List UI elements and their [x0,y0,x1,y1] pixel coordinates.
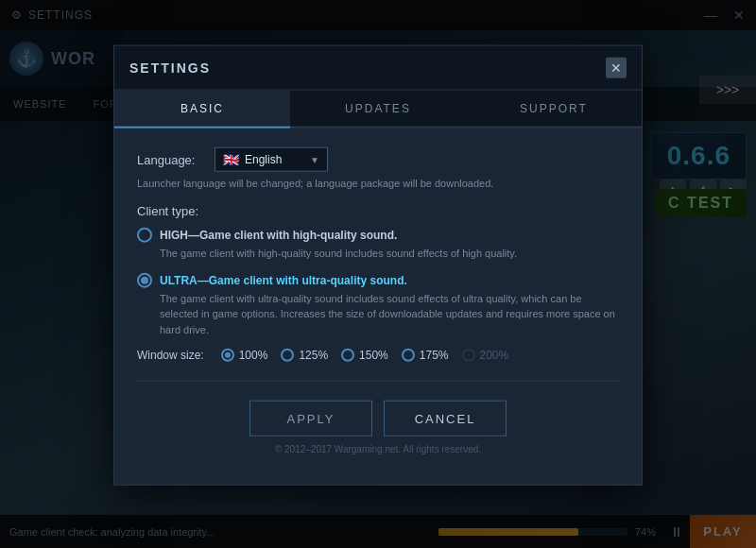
apply-button[interactable]: APPLY [249,401,372,437]
ws-radio-150[interactable] [341,349,354,362]
radio-ultra[interactable] [137,272,152,287]
language-row: Language: 🇬🇧 English ▼ [137,147,619,172]
ws-radio-125[interactable] [281,349,294,362]
language-label: Language: [137,152,203,166]
client-option-ultra: ULTRA—Game client with ultra-quality sou… [137,272,619,337]
radio-high[interactable] [137,228,152,243]
ws-text-200: 200% [480,349,509,362]
radio-wrap-ultra: ULTRA—Game client with ultra-quality sou… [137,272,619,287]
dialog-close-button[interactable]: ✕ [606,58,627,78]
dialog-header: SETTINGS ✕ [114,46,642,91]
footer-buttons: APPLY CANCEL [137,401,619,437]
tabs-bar: BASIC UPDATES SUPPORT [114,91,642,128]
window-size-row: Window size: 100% 125% 150% 175% 200% [137,349,619,362]
radio-ultra-desc: The game client with ultra-quality sound… [160,290,619,337]
copyright: © 2012–2017 Wargaming.net. All rights re… [137,444,619,466]
radio-high-desc: The game client with high-quality sound … [160,246,517,262]
settings-dialog: SETTINGS ✕ BASIC UPDATES SUPPORT Languag… [113,45,643,486]
ws-option-100[interactable]: 100% [221,349,268,362]
client-type-label: Client type: [137,204,619,218]
dropdown-arrow-icon: ▼ [310,154,319,164]
tab-updates[interactable]: UPDATES [290,91,466,128]
language-value: English [245,153,282,166]
ws-text-150: 150% [359,349,388,362]
language-hint: Launcher language will be changed; a lan… [137,178,619,189]
ws-option-150[interactable]: 150% [341,349,388,362]
radio-wrap-high: HIGH—Game client with high-quality sound… [137,228,517,243]
client-option-high: HIGH—Game client with high-quality sound… [137,228,619,262]
ws-radio-200 [462,349,475,362]
divider [137,381,619,382]
radio-ultra-title: ULTRA—Game client with ultra-quality sou… [160,273,407,286]
radio-high-title: HIGH—Game client with high-quality sound… [160,229,397,242]
ws-text-175: 175% [420,349,449,362]
ws-radio-175[interactable] [402,349,415,362]
ws-text-100: 100% [239,349,268,362]
dialog-title: SETTINGS [129,60,211,76]
ws-option-125[interactable]: 125% [281,349,328,362]
window-size-label: Window size: [137,349,204,362]
ws-text-125: 125% [299,349,328,362]
dialog-content: Language: 🇬🇧 English ▼ Launcher language… [114,128,642,485]
ws-radio-100[interactable] [221,349,234,362]
tab-support[interactable]: SUPPORT [466,91,642,128]
cancel-button[interactable]: CANCEL [384,401,507,437]
ws-option-175[interactable]: 175% [402,349,449,362]
language-select[interactable]: 🇬🇧 English ▼ [215,147,328,172]
ws-option-200: 200% [462,349,509,362]
flag-icon: 🇬🇧 [223,152,239,167]
tab-basic[interactable]: BASIC [114,91,290,128]
